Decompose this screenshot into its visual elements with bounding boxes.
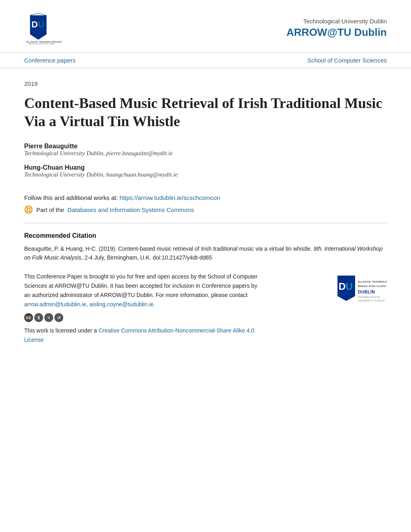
- nav-bar: Conference papers School of Computer Sci…: [0, 52, 411, 68]
- main-content: 2019 Content-Based Music Retrieval of Ir…: [0, 68, 411, 361]
- footer-body-text: This Conference Paper is brought to you …: [24, 272, 258, 309]
- cc-block: cc $ = ↺ This work is licensed under a C…: [24, 313, 258, 345]
- svg-text:D: D: [338, 281, 346, 292]
- arrow-link[interactable]: ARROW@TU Dublin: [286, 26, 387, 38]
- author-2-name: Hung-Chuan Huang: [24, 164, 387, 171]
- recommended-citation: Recommended Citation Beauguitte, P. & Hu…: [24, 232, 387, 262]
- footer-info: This Conference Paper is brought to you …: [24, 272, 387, 345]
- svg-text:TECHNOLOGICAL: TECHNOLOGICAL: [358, 296, 380, 298]
- svg-text:BHAILE ÁTHA CLIATH: BHAILE ÁTHA CLIATH: [358, 285, 386, 287]
- conference-papers-link[interactable]: Conference papers: [24, 57, 76, 64]
- svg-text:OLLSCOIL TEICNEOLAÍOCHTA: OLLSCOIL TEICNEOLAÍOCHTA: [358, 280, 387, 283]
- svg-text:BHAILE ÁTHA CLIATH: BHAILE ÁTHA CLIATH: [29, 43, 55, 44]
- author-1-name: Pierre Beauguitte: [24, 143, 387, 150]
- svg-text:DUBLIN: DUBLIN: [358, 289, 375, 294]
- footer-tu-dublin-svg: D U OLLSCOIL TEICNEOLAÍOCHTA BHAILE ÁTHA…: [330, 272, 387, 308]
- svg-text:U: U: [346, 281, 353, 292]
- follow-link[interactable]: https://arrow.tudublin.ie/scschcomcon: [120, 194, 220, 201]
- svg-text:D: D: [31, 19, 38, 29]
- license-text: This work is licensed under a Creative C…: [24, 326, 258, 345]
- school-link[interactable]: School of Computer Sciences: [307, 57, 387, 64]
- cc-nc-icon: =: [44, 313, 53, 322]
- contact-email-1[interactable]: arrow.admin@tudublin.ie: [24, 301, 86, 308]
- follow-text: Follow this and additional works at: htt…: [24, 194, 387, 201]
- svg-point-9: [28, 209, 30, 211]
- paper-title: Content-Based Music Retrieval of Irish T…: [24, 94, 387, 131]
- citation-text: Beauguitte, P. & Huang, H-C. (2019). Con…: [24, 244, 387, 262]
- part-of-line: Part of the Databases and Information Sy…: [24, 205, 387, 214]
- author-2: Hung-Chuan Huang Technological Universit…: [24, 164, 387, 178]
- footer-logo: D U OLLSCOIL TEICNEOLAÍOCHTA BHAILE ÁTHA…: [322, 272, 387, 309]
- tu-dublin-logo: D U OLLSCOIL TEICNEOLAÍOCHTA BHAILE ÁTHA…: [24, 12, 77, 44]
- cc-icon: cc: [24, 313, 33, 322]
- network-icon: [24, 205, 33, 214]
- author-2-email: huangchuan.huang@mydit.ie: [106, 171, 178, 178]
- svg-text:U: U: [38, 19, 44, 29]
- citation-heading: Recommended Citation: [24, 232, 387, 239]
- contact-email-2[interactable]: aisling.coyne@tudublin.ie: [89, 301, 154, 308]
- databases-commons-link[interactable]: Databases and Information Systems Common…: [67, 206, 194, 213]
- cc-license-icon: cc $ = ↺: [24, 313, 63, 322]
- publication-year: 2019: [24, 80, 387, 87]
- follow-section: Follow this and additional works at: htt…: [24, 194, 387, 214]
- institution-name: Technological University Dublin: [286, 18, 387, 25]
- divider-1: [24, 223, 387, 223]
- author-1-email: pierre.beauguitte@mydit.ie: [106, 150, 173, 156]
- header: D U OLLSCOIL TEICNEOLAÍOCHTA BHAILE ÁTHA…: [0, 0, 411, 52]
- cc-sa-icon: ↺: [54, 313, 63, 322]
- author-2-affil: Technological University Dublin, huangch…: [24, 171, 387, 178]
- page: D U OLLSCOIL TEICNEOLAÍOCHTA BHAILE ÁTHA…: [0, 0, 411, 532]
- cc-by-icon: $: [34, 313, 43, 322]
- logo-area: D U OLLSCOIL TEICNEOLAÍOCHTA BHAILE ÁTHA…: [24, 12, 77, 44]
- footer-text-block: This Conference Paper is brought to you …: [24, 272, 258, 345]
- svg-text:UNIVERSITY DUBLIN: UNIVERSITY DUBLIN: [358, 299, 385, 301]
- svg-text:OLLSCOIL TEICNEOLAÍOCHTA: OLLSCOIL TEICNEOLAÍOCHTA: [26, 40, 62, 43]
- author-1-affil: Technological University Dublin, pierre.…: [24, 150, 387, 157]
- author-1: Pierre Beauguitte Technological Universi…: [24, 143, 387, 157]
- header-right: Technological University Dublin ARROW@TU…: [286, 18, 387, 39]
